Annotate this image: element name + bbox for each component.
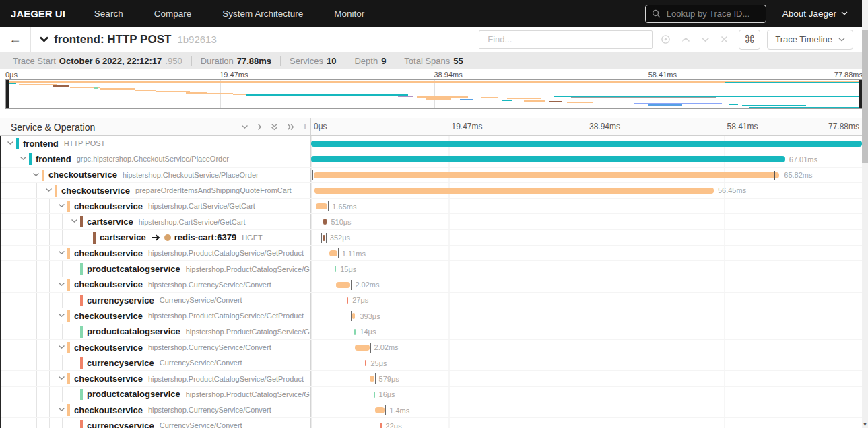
span-bar-cell[interactable]: 2.02ms: [311, 277, 868, 292]
span-expand-chevron-icon[interactable]: [58, 250, 65, 255]
span-bar-cell[interactable]: 65.82ms: [311, 168, 868, 182]
span-row[interactable]: checkoutservicehipstershop.CartService/G…: [1, 199, 868, 214]
span-bar-cell[interactable]: 2.02ms: [311, 340, 868, 355]
about-jaeger-menu[interactable]: About Jaeger: [782, 9, 848, 19]
span-duration-bar[interactable]: [314, 188, 714, 194]
span-row[interactable]: checkoutservicehipstershop.CurrencyServi…: [1, 340, 868, 355]
span-name-cell[interactable]: currencyserviceCurrencyService/Convert: [1, 418, 311, 428]
span-duration-bar[interactable]: [329, 250, 337, 256]
clear-find-icon[interactable]: [721, 36, 728, 43]
span-duration-bar[interactable]: [311, 141, 862, 147]
nav-item-search[interactable]: Search: [79, 9, 139, 19]
span-row[interactable]: productcatalogservicehipstershop.Product…: [1, 324, 868, 340]
span-row[interactable]: currencyserviceCurrencyService/Convert22…: [1, 418, 868, 428]
span-bar-cell[interactable]: 1.65ms: [311, 199, 868, 213]
app-brand[interactable]: JAEGER UI: [0, 8, 79, 20]
trace-id-search[interactable]: [645, 5, 766, 23]
span-row[interactable]: checkoutservicehipstershop.CurrencyServi…: [1, 402, 868, 418]
span-name-cell[interactable]: checkoutservicehipstershop.ProductCatalo…: [1, 371, 311, 386]
span-name-cell[interactable]: checkoutserviceprepareOrderItemsAndShipp…: [1, 183, 311, 198]
minimap-range-handle-left[interactable]: [6, 80, 9, 108]
span-bar-cell[interactable]: 16μs: [311, 387, 868, 402]
span-name-cell[interactable]: productcatalogservicehipstershop.Product…: [1, 387, 311, 402]
span-row[interactable]: checkoutservicehipstershop.CheckoutServi…: [1, 168, 868, 183]
span-expand-chevron-icon[interactable]: [58, 376, 65, 380]
span-row[interactable]: checkoutservicehipstershop.ProductCatalo…: [1, 371, 868, 386]
span-name-cell[interactable]: checkoutservicehipstershop.CurrencyServi…: [1, 340, 311, 355]
span-name-cell[interactable]: frontendgrpc.hipstershop.CheckoutService…: [1, 151, 311, 166]
span-name-cell[interactable]: cartservicehipstershop.CartService/GetCa…: [1, 214, 311, 229]
span-duration-bar[interactable]: [355, 345, 369, 351]
span-row[interactable]: checkoutservicehipstershop.CurrencyServi…: [1, 277, 868, 293]
span-name-cell[interactable]: cartserviceredis-cart:6379HGET: [1, 230, 311, 245]
keyboard-shortcuts-button[interactable]: ⌘: [739, 30, 760, 50]
span-expand-chevron-icon[interactable]: [20, 156, 27, 161]
nav-item-compare[interactable]: Compare: [139, 9, 207, 19]
span-name-cell[interactable]: frontendHTTP POST: [1, 136, 311, 151]
find-input[interactable]: [486, 34, 645, 45]
span-duration-bar[interactable]: [314, 172, 779, 178]
span-expand-chevron-icon[interactable]: [58, 345, 65, 349]
span-row[interactable]: cartserviceredis-cart:6379HGET352μs: [1, 230, 868, 246]
span-duration-bar[interactable]: [370, 376, 374, 382]
back-button[interactable]: ←: [0, 27, 31, 52]
span-bar-cell[interactable]: 25μs: [311, 355, 868, 370]
span-expand-chevron-icon[interactable]: [58, 407, 65, 412]
nav-item-system-architecture[interactable]: System Architecture: [207, 9, 319, 19]
span-duration-bar[interactable]: [380, 423, 382, 428]
span-duration-bar[interactable]: [347, 297, 348, 304]
minimap-canvas[interactable]: [5, 79, 863, 109]
scrollbar-down-arrow[interactable]: ▼: [862, 422, 868, 427]
span-name-cell[interactable]: checkoutservicehipstershop.CurrencyServi…: [1, 277, 311, 292]
span-expand-chevron-icon[interactable]: [32, 172, 40, 177]
span-name-cell[interactable]: checkoutservicehipstershop.CurrencyServi…: [1, 402, 311, 417]
span-row[interactable]: currencyserviceCurrencyService/Convert25…: [1, 355, 868, 371]
span-bar-cell[interactable]: 22μs: [311, 418, 868, 428]
span-row[interactable]: productcatalogservicehipstershop.Product…: [1, 261, 868, 277]
vertical-scrollbar[interactable]: ▼: [862, 0, 868, 428]
span-bar-cell[interactable]: [311, 136, 868, 151]
span-duration-bar[interactable]: [316, 203, 327, 209]
span-name-cell[interactable]: checkoutservicehipstershop.CartService/G…: [1, 199, 311, 213]
span-row[interactable]: checkoutserviceprepareOrderItemsAndShipp…: [1, 183, 868, 199]
span-bar-cell[interactable]: 14μs: [311, 324, 868, 339]
span-row[interactable]: checkoutservicehipstershop.ProductCatalo…: [1, 308, 868, 324]
span-expand-chevron-icon[interactable]: [58, 203, 65, 208]
span-name-cell[interactable]: productcatalogservicehipstershop.Product…: [1, 261, 311, 276]
span-name-cell[interactable]: checkoutservicehipstershop.ProductCatalo…: [1, 246, 311, 260]
trace-view-selector[interactable]: Trace Timeline: [767, 30, 853, 50]
span-bar-cell[interactable]: 510μs: [311, 214, 868, 229]
span-bar-cell[interactable]: 27μs: [311, 293, 868, 308]
span-row[interactable]: cartservicehipstershop.CartService/GetCa…: [1, 214, 868, 229]
span-bar-cell[interactable]: 1.11ms: [311, 246, 868, 260]
span-name-cell[interactable]: currencyserviceCurrencyService/Convert: [1, 293, 311, 308]
expand-one-icon[interactable]: [257, 123, 262, 131]
scrollbar-thumb[interactable]: [862, 30, 868, 163]
focus-match-icon[interactable]: [661, 34, 671, 44]
span-duration-bar[interactable]: [336, 282, 350, 288]
span-bar-cell[interactable]: 56.45ms: [311, 183, 868, 198]
trace-id-search-input[interactable]: [665, 8, 753, 20]
next-match-icon[interactable]: [701, 37, 710, 42]
span-expand-chevron-icon[interactable]: [7, 141, 14, 145]
span-duration-bar[interactable]: [374, 392, 375, 398]
span-name-cell[interactable]: checkoutservicehipstershop.CheckoutServi…: [1, 168, 311, 182]
span-bar-cell[interactable]: 393μs: [311, 308, 868, 323]
collapse-trace-chevron-icon[interactable]: [39, 36, 49, 43]
span-bar-cell[interactable]: 1.4ms: [311, 402, 868, 417]
collapse-all-icon[interactable]: [271, 123, 278, 131]
span-row[interactable]: productcatalogservicehipstershop.Product…: [1, 387, 868, 402]
span-name-cell[interactable]: currencyserviceCurrencyService/Convert: [1, 355, 311, 370]
nav-item-monitor[interactable]: Monitor: [319, 9, 380, 19]
span-bar-cell[interactable]: 579μs: [311, 371, 868, 386]
span-row[interactable]: checkoutservicehipstershop.ProductCatalo…: [1, 246, 868, 261]
span-name-cell[interactable]: productcatalogservicehipstershop.Product…: [1, 324, 311, 339]
span-row[interactable]: currencyserviceCurrencyService/Convert27…: [1, 293, 868, 308]
column-resizer-grip[interactable]: ‖: [304, 123, 310, 131]
span-bar-cell[interactable]: 352μs: [311, 230, 868, 245]
span-row[interactable]: frontendHTTP POST: [1, 136, 868, 151]
find-box[interactable]: [479, 30, 653, 49]
span-name-cell[interactable]: checkoutservicehipstershop.ProductCatalo…: [1, 308, 311, 323]
span-expand-chevron-icon[interactable]: [71, 219, 78, 223]
span-bar-cell[interactable]: 15μs: [311, 261, 868, 276]
